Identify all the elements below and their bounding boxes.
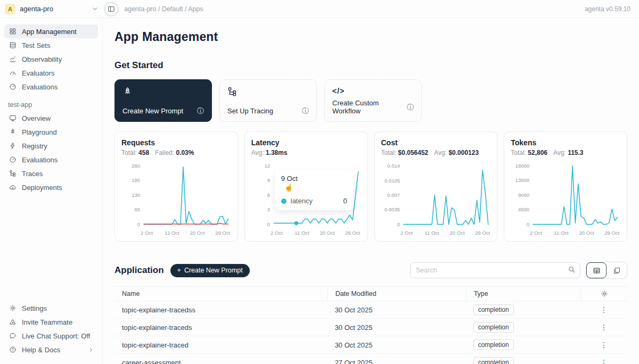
date-modified: 30 Oct 2025	[327, 306, 466, 314]
svg-text:0: 0	[137, 221, 140, 227]
svg-text:130: 130	[132, 192, 140, 198]
sidebar-item-app-management[interactable]: App Management	[4, 24, 98, 38]
svg-text:11 Oct: 11 Oct	[294, 230, 309, 236]
svg-text:20 Oct: 20 Oct	[190, 230, 205, 236]
sidebar-item-label: Playground	[22, 128, 57, 136]
cost-chart[interactable]: 00.00350.0070.01050.0142 Oct11 Oct20 Oct…	[381, 158, 491, 238]
column-header-name: Name	[114, 290, 327, 297]
table-view-button[interactable]	[586, 262, 607, 278]
svg-text:4500: 4500	[518, 206, 529, 212]
table-row[interactable]: topic-explainer-traceds 30 Oct 2025 comp…	[114, 319, 627, 336]
svg-text:0.0035: 0.0035	[384, 206, 399, 212]
create-new-prompt-card[interactable]: Create New Prompt ⓘ	[114, 79, 212, 122]
sidebar-item-app-evaluations[interactable]: Evaluations	[4, 153, 98, 167]
search-icon[interactable]	[568, 266, 576, 276]
svg-text:0: 0	[397, 221, 399, 227]
help-circle-icon	[9, 346, 17, 353]
gear-icon	[9, 304, 17, 312]
tracing-tree-icon	[227, 87, 237, 99]
svg-text:20 Oct: 20 Oct	[320, 230, 334, 236]
sidebar-item-evaluations[interactable]: Evaluations	[4, 80, 98, 94]
sidebar-item-invite-teammate[interactable]: Invite Teammate	[4, 315, 98, 329]
date-modified: 30 Oct 2025	[327, 324, 466, 332]
svg-text:18000: 18000	[515, 163, 530, 169]
series-dot	[281, 198, 286, 204]
sidebar-item-evaluators[interactable]: Evaluators	[4, 66, 98, 80]
column-settings[interactable]	[580, 287, 627, 301]
org-selector[interactable]: A agenta-pro	[0, 4, 103, 14]
app-name: topic-explainer-tracedss	[114, 306, 327, 314]
latency-tooltip: 9 Oct ☝ latency 0	[275, 170, 354, 210]
app-name: topic-explainer-traced	[114, 341, 327, 349]
table-header: Name Date Modified Type	[114, 286, 627, 301]
sidebar-item-test-sets[interactable]: Test Sets	[4, 38, 98, 52]
sidebar-item-label: Help & Docs	[22, 346, 60, 354]
get-started-heading: Get Started	[114, 60, 627, 71]
svg-text:3: 3	[267, 206, 270, 212]
rocket-icon	[9, 128, 17, 136]
kebab-menu-icon[interactable]: ⋮	[597, 340, 611, 350]
create-custom-workflow-card[interactable]: </> Create Custom Workflow ⓘ	[324, 79, 422, 122]
table-icon	[9, 42, 17, 49]
top-bar: A agenta-pro agenta-pro / Default / Apps…	[0, 0, 639, 18]
svg-text:11 Oct: 11 Oct	[165, 230, 179, 236]
sidebar-item-live-chat[interactable]: Live Chat Support: Off	[4, 329, 98, 343]
app-version: agenta v0.59.10	[585, 5, 639, 13]
sidebar-item-settings[interactable]: Settings	[4, 301, 98, 315]
svg-text:0: 0	[267, 221, 270, 227]
requests-chart[interactable]: 0651301952602 Oct11 Oct20 Oct29 Oct	[121, 158, 231, 238]
sidebar-item-overview[interactable]: Overview	[4, 111, 98, 125]
page-title: App Management	[114, 30, 627, 44]
create-new-prompt-button[interactable]: + Create New Prompt	[170, 264, 250, 277]
tokens-chart[interactable]: 04500900013500180002 Oct11 Oct20 Oct29 O…	[511, 158, 620, 238]
monitor-icon	[9, 114, 17, 122]
svg-text:11 Oct: 11 Oct	[424, 230, 439, 236]
kebab-menu-icon[interactable]: ⋮	[597, 322, 611, 332]
set-up-tracing-card[interactable]: Set Up Tracing ⓘ	[219, 79, 317, 122]
search-input[interactable]	[416, 267, 568, 274]
app-root: A agenta-pro agenta-pro / Default / Apps…	[0, 0, 639, 364]
table-row[interactable]: career-assessment 27 Oct 2025 completion…	[114, 354, 627, 364]
gauge-icon	[9, 69, 17, 77]
metric-stats: Total: $0.056452 Avg: $0.000123	[381, 149, 491, 156]
info-icon[interactable]: ⓘ	[197, 107, 204, 114]
card-label: Create New Prompt	[122, 107, 183, 115]
svg-text:29 Oct: 29 Oct	[604, 230, 619, 236]
cursor-icon: ☝	[284, 183, 293, 192]
sidebar-item-help-docs[interactable]: Help & Docs	[4, 343, 98, 357]
sidebar-item-traces[interactable]: Traces	[4, 167, 98, 180]
sidebar-item-label: Evaluations	[22, 83, 58, 91]
sidebar: App Management Test Sets Observability E…	[0, 18, 103, 364]
sidebar-item-playground[interactable]: Playground	[4, 125, 98, 139]
sidebar-item-label: Evaluators	[22, 69, 54, 77]
plus-icon: +	[177, 267, 181, 274]
applications-table: Name Date Modified Type topic-explainer-…	[114, 286, 627, 364]
table-row[interactable]: topic-explainer-traced 30 Oct 2025 compl…	[114, 336, 627, 354]
org-avatar: A	[5, 4, 15, 14]
chart-line-icon	[9, 55, 17, 63]
card-view-button[interactable]	[607, 262, 627, 278]
sidebar-item-deployments[interactable]: Deployments	[4, 180, 98, 194]
kebab-menu-icon[interactable]: ⋮	[597, 358, 611, 364]
rocket-icon	[122, 87, 133, 99]
app-name: topic-explainer-traceds	[114, 324, 327, 332]
svg-text:13500: 13500	[515, 177, 530, 183]
svg-text:0.014: 0.014	[387, 163, 400, 169]
sidebar-item-registry[interactable]: Registry	[4, 139, 98, 153]
svg-text:9: 9	[267, 177, 270, 183]
tooltip-series-label: latency	[291, 197, 313, 205]
table-row[interactable]: topic-explainer-tracedss 30 Oct 2025 com…	[114, 301, 627, 319]
svg-text:0.007: 0.007	[387, 192, 400, 198]
type-badge: completion	[473, 340, 514, 350]
info-icon[interactable]: ⓘ	[302, 107, 309, 114]
sidebar-toggle-button[interactable]	[104, 2, 119, 16]
sidebar-item-observability[interactable]: Observability	[4, 52, 98, 66]
gear-icon	[601, 290, 608, 297]
svg-text:2 Oct: 2 Oct	[141, 230, 153, 236]
sidebar-item-label: Invite Teammate	[22, 318, 72, 326]
breadcrumb[interactable]: agenta-pro / Default / Apps	[124, 5, 203, 13]
info-icon[interactable]: ⓘ	[407, 104, 414, 111]
kebab-menu-icon[interactable]: ⋮	[597, 305, 611, 315]
type-badge: completion	[473, 322, 514, 333]
metric-stats: Avg: 1.38ms	[251, 149, 361, 156]
